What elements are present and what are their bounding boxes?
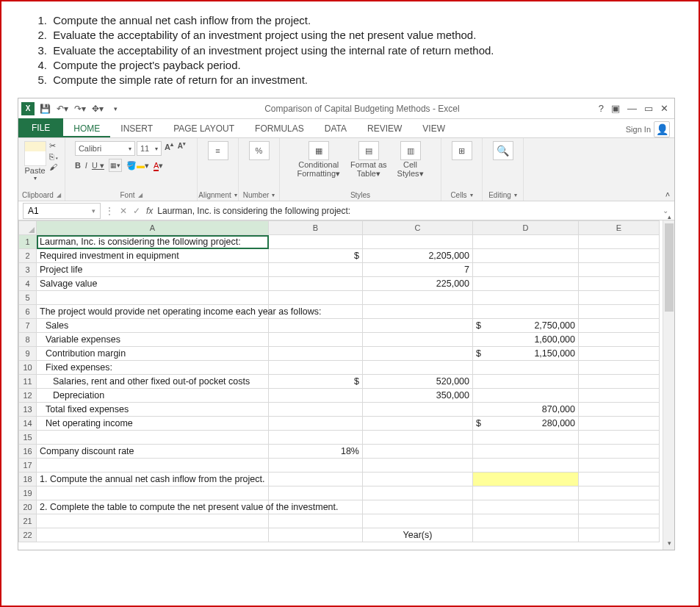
cell[interactable]: 225,000 xyxy=(363,277,473,291)
cell[interactable]: 520,000 xyxy=(363,375,473,389)
col-header-e[interactable]: E xyxy=(579,221,660,235)
editing-label[interactable]: Editing xyxy=(488,191,511,199)
tab-file[interactable]: FILE xyxy=(18,118,63,137)
row-header[interactable]: 3 xyxy=(19,263,37,277)
cell[interactable]: Sales xyxy=(37,319,269,333)
tab-data[interactable]: DATA xyxy=(314,119,357,137)
fill-color-button[interactable]: 🪣▬▾ xyxy=(126,161,149,170)
row-header[interactable]: 18 xyxy=(19,473,37,486)
fbar-more-icon[interactable]: ⋮ xyxy=(105,206,114,216)
cell[interactable]: 1. Compute the annual net cash inflow fr… xyxy=(37,473,269,486)
row-header[interactable]: 22 xyxy=(19,528,37,542)
cell[interactable]: 870,000 xyxy=(473,403,579,417)
maximize-icon[interactable]: ▭ xyxy=(644,103,653,114)
row-header[interactable]: 1 xyxy=(19,235,37,249)
cell[interactable]: Fixed expenses: xyxy=(37,361,269,375)
cell[interactable]: Depreciation xyxy=(37,389,269,403)
cell[interactable]: Variable expenses xyxy=(37,333,269,347)
help-icon[interactable]: ? xyxy=(599,103,604,114)
font-launcher-icon[interactable]: ◢ xyxy=(138,192,142,198)
touch-mode-icon[interactable]: ✥▾ xyxy=(90,101,105,116)
cell[interactable]: Salaries, rent and other fixed out-of po… xyxy=(37,375,269,389)
cell[interactable]: Contribution margin xyxy=(37,347,269,361)
row-header[interactable]: 19 xyxy=(19,486,37,500)
save-icon[interactable]: 💾 xyxy=(37,101,52,116)
cell[interactable]: Project life xyxy=(37,263,269,277)
cell[interactable]: 7 xyxy=(363,263,473,277)
row-header[interactable]: 21 xyxy=(19,514,37,528)
cell[interactable]: $ xyxy=(269,249,363,263)
tab-formulas[interactable]: FORMULAS xyxy=(245,119,314,137)
cell[interactable]: Year(s) xyxy=(363,528,473,542)
vertical-scrollbar[interactable]: ▴ ▾ xyxy=(663,220,674,550)
tab-home[interactable]: HOME xyxy=(63,119,110,137)
format-painter-icon[interactable]: 🖌 xyxy=(49,162,59,171)
cell[interactable]: Company discount rate xyxy=(37,445,269,459)
cell[interactable]: 350,000 xyxy=(363,389,473,403)
fbar-enter-icon[interactable]: ✓ xyxy=(133,206,140,216)
worksheet-grid[interactable]: A B C D E 1Laurman, Inc. is considering … xyxy=(18,220,674,550)
clipboard-launcher-icon[interactable]: ◢ xyxy=(57,192,61,198)
cut-icon[interactable]: ✂ xyxy=(49,141,59,151)
cell[interactable]: Required investment in equipment xyxy=(37,249,269,263)
row-header[interactable]: 8 xyxy=(19,333,37,347)
row-header[interactable]: 9 xyxy=(19,347,37,361)
cells-icon[interactable]: ⊞ xyxy=(452,141,472,160)
redo-icon[interactable]: ↷▾ xyxy=(73,101,87,116)
formula-content[interactable]: Laurman, Inc. is considering the followi… xyxy=(153,206,350,216)
minimize-icon[interactable]: — xyxy=(627,103,637,114)
scroll-thumb[interactable] xyxy=(665,223,674,312)
name-box[interactable]: A1▾ xyxy=(23,203,101,219)
cell[interactable]: Salvage value xyxy=(37,277,269,291)
number-label[interactable]: Number xyxy=(243,191,270,199)
find-icon[interactable]: 🔍 xyxy=(493,141,513,160)
fbar-cancel-icon[interactable]: ✕ xyxy=(120,206,127,216)
row-header[interactable]: 14 xyxy=(19,417,37,431)
ribbon-options-icon[interactable]: ▣ xyxy=(611,103,620,114)
cell[interactable]: 2. Complete the table to compute the net… xyxy=(37,500,269,514)
cell-highlight[interactable] xyxy=(473,473,579,486)
cell[interactable]: 2,205,000 xyxy=(363,249,473,263)
row-header[interactable]: 17 xyxy=(19,459,37,473)
cell[interactable]: $280,000 xyxy=(473,417,579,431)
cell[interactable]: 18% xyxy=(269,445,363,459)
cell[interactable]: Net operating income xyxy=(37,417,269,431)
cell[interactable]: Total fixed expenses xyxy=(37,403,269,417)
grow-font-icon[interactable]: A▴ xyxy=(163,141,175,156)
col-header-c[interactable]: C xyxy=(363,221,473,235)
row-header[interactable]: 13 xyxy=(19,403,37,417)
alignment-label[interactable]: Alignment xyxy=(198,191,231,199)
select-all-corner[interactable] xyxy=(19,221,37,235)
tab-review[interactable]: REVIEW xyxy=(357,119,412,137)
font-color-button[interactable]: A▾ xyxy=(154,161,163,170)
row-header[interactable]: 11 xyxy=(19,375,37,389)
scroll-up-icon[interactable]: ▴ xyxy=(665,213,674,222)
qat-customize-icon[interactable]: ▾ xyxy=(108,101,123,116)
tab-insert[interactable]: INSERT xyxy=(110,119,163,137)
col-header-a[interactable]: A xyxy=(37,221,269,235)
cell[interactable]: $ xyxy=(269,375,363,389)
row-header[interactable]: 16 xyxy=(19,445,37,459)
cells-label[interactable]: Cells xyxy=(450,191,466,199)
cell[interactable]: $1,150,000 xyxy=(473,347,579,361)
format-as-table-button[interactable]: ▤ Format asTable▾ xyxy=(350,141,387,178)
paste-button[interactable]: Paste xyxy=(24,166,46,175)
font-name-select[interactable]: Calibri▾ xyxy=(75,141,135,156)
row-header[interactable]: 6 xyxy=(19,305,37,319)
row-header[interactable]: 20 xyxy=(19,500,37,514)
cell[interactable]: The project would provide net operating … xyxy=(37,305,269,319)
row-header[interactable]: 5 xyxy=(19,291,37,305)
number-format-icon[interactable]: % xyxy=(249,141,270,160)
collapse-ribbon-icon[interactable]: ʌ xyxy=(665,190,670,198)
cell[interactable]: 1,600,000 xyxy=(473,333,579,347)
underline-button[interactable]: U ▾ xyxy=(92,161,104,170)
italic-button[interactable]: I xyxy=(85,161,87,170)
row-header[interactable]: 10 xyxy=(19,361,37,375)
cell-a1[interactable]: Laurman, Inc. is considering the followi… xyxy=(37,235,269,249)
tab-view[interactable]: VIEW xyxy=(412,119,455,137)
col-header-d[interactable]: D xyxy=(473,221,579,235)
conditional-formatting-button[interactable]: ▦ ConditionalFormatting▾ xyxy=(297,141,340,178)
borders-button[interactable]: ▦▾ xyxy=(109,159,122,172)
font-size-select[interactable]: 11▾ xyxy=(137,141,162,156)
row-header[interactable]: 15 xyxy=(19,431,37,445)
